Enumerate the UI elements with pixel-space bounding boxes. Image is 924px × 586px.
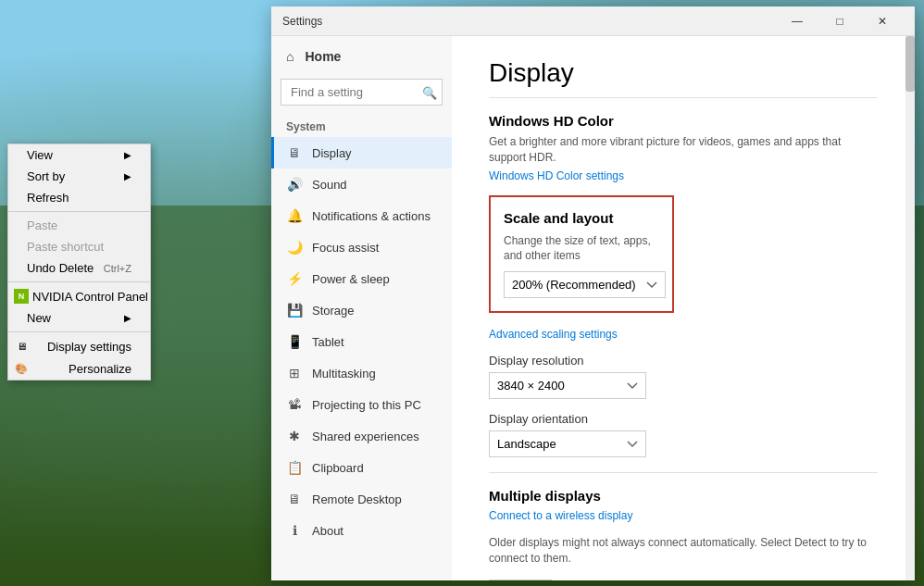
submenu-arrow-new: ▶ xyxy=(124,313,131,323)
sidebar-item-shared[interactable]: ✱ Shared experiences xyxy=(271,420,452,452)
sidebar-item-display[interactable]: 🖥 Display xyxy=(271,137,452,168)
sidebar-item-label-power: Power & sleep xyxy=(312,272,390,286)
storage-icon: 💾 xyxy=(286,302,303,318)
context-menu-item-personalize[interactable]: 🎨 Personalize xyxy=(8,357,150,380)
orientation-label: Display orientation xyxy=(489,412,878,426)
tablet-icon: 📱 xyxy=(286,333,303,350)
sidebar-item-remote[interactable]: 🖥 Remote Desktop xyxy=(271,483,452,515)
sidebar-item-label-display: Display xyxy=(312,146,352,160)
multiple-displays-title: Multiple displays xyxy=(489,488,878,504)
clipboard-icon: 📋 xyxy=(286,459,303,476)
hd-color-title: Windows HD Color xyxy=(489,113,878,129)
context-menu-item-new[interactable]: New ▶ xyxy=(8,307,150,329)
sidebar-item-label-clipboard: Clipboard xyxy=(312,461,364,475)
context-menu-item-display-settings[interactable]: 🖥 Display settings xyxy=(8,335,150,357)
divider-1 xyxy=(489,472,878,473)
sidebar: ⌂ Home 🔍 System 🖥 Display 🔊 Sound 🔔 Noti… xyxy=(271,36,452,580)
hd-color-link[interactable]: Windows HD Color settings xyxy=(489,169,878,182)
sidebar-item-storage[interactable]: 💾 Storage xyxy=(271,294,452,326)
projecting-icon: 📽 xyxy=(286,396,303,413)
about-icon: ℹ xyxy=(286,522,303,539)
sidebar-item-home[interactable]: ⌂ Home xyxy=(271,40,452,73)
scale-layout-title: Scale and layout xyxy=(504,210,659,226)
section-hd-color: Windows HD Color Get a brighter and more… xyxy=(489,113,878,182)
sidebar-item-label-multitasking: Multitasking xyxy=(312,367,376,380)
settings-window: Settings — □ ✕ ⌂ Home 🔍 System 🖥 Display xyxy=(271,6,915,580)
context-menu-item-view[interactable]: View ▶ xyxy=(8,144,150,166)
maximize-button[interactable]: □ xyxy=(818,6,861,36)
page-title: Display xyxy=(489,58,878,98)
main-content: Display Windows HD Color Get a brighter … xyxy=(452,36,915,580)
nvidia-icon: N xyxy=(14,289,29,304)
resolution-label: Display resolution xyxy=(489,354,878,368)
sidebar-item-power[interactable]: ⚡ Power & sleep xyxy=(271,263,452,294)
shared-icon: ✱ xyxy=(286,428,303,444)
title-bar-controls: — □ ✕ xyxy=(776,6,904,36)
personalize-icon: 🎨 xyxy=(14,361,29,376)
sidebar-item-sound[interactable]: 🔊 Sound xyxy=(271,168,452,200)
display-icon: 🖥 xyxy=(286,144,303,161)
detect-button[interactable]: Detect xyxy=(489,580,552,580)
home-icon: ⌂ xyxy=(286,49,293,64)
scrollbar-track xyxy=(905,36,915,580)
sidebar-item-label-storage: Storage xyxy=(312,304,355,318)
notifications-icon: 🔔 xyxy=(286,207,303,224)
settings-body: ⌂ Home 🔍 System 🖥 Display 🔊 Sound 🔔 Noti… xyxy=(271,36,915,580)
close-button[interactable]: ✕ xyxy=(861,6,904,36)
sidebar-item-label-tablet: Tablet xyxy=(312,335,344,349)
submenu-arrow-view: ▶ xyxy=(124,150,131,160)
search-icon: 🔍 xyxy=(422,85,437,99)
scrollbar-thumb[interactable] xyxy=(905,36,915,92)
display-settings-icon: 🖥 xyxy=(14,339,29,354)
search-box: 🔍 xyxy=(281,79,443,106)
sidebar-item-label-about: About xyxy=(312,524,343,538)
remote-icon: 🖥 xyxy=(286,491,303,507)
context-menu: View ▶ Sort by ▶ Refresh Paste Paste sho… xyxy=(7,143,151,380)
separator-1 xyxy=(8,211,150,212)
context-menu-item-paste[interactable]: Paste xyxy=(8,215,150,236)
context-menu-item-paste-shortcut[interactable]: Paste shortcut xyxy=(8,236,150,257)
separator-2 xyxy=(8,281,150,282)
scale-description: Change the size of text, apps, and other… xyxy=(504,233,659,265)
window-title: Settings xyxy=(282,15,776,28)
sidebar-item-label-focus: Focus assist xyxy=(312,241,379,255)
sidebar-category-system: System xyxy=(271,111,452,137)
title-bar: Settings — □ ✕ xyxy=(271,6,915,36)
sidebar-item-multitasking[interactable]: ⊞ Multitasking xyxy=(271,357,452,389)
focus-icon: 🌙 xyxy=(286,239,303,256)
older-displays-text: Older displays might not always connect … xyxy=(489,535,878,567)
separator-3 xyxy=(8,331,150,332)
sound-icon: 🔊 xyxy=(286,176,303,193)
sidebar-item-notifications[interactable]: 🔔 Notifications & actions xyxy=(271,200,452,231)
resolution-dropdown[interactable]: 3840 × 2400 1920 × 1080 2560 × 1440 xyxy=(489,372,646,399)
sidebar-item-projecting[interactable]: 📽 Projecting to this PC xyxy=(271,389,452,420)
section-multiple-displays: Multiple displays Connect to a wireless … xyxy=(489,488,878,580)
sidebar-item-label-sound: Sound xyxy=(312,178,347,192)
advanced-scaling-link[interactable]: Advanced scaling settings xyxy=(489,328,878,341)
context-menu-item-undo[interactable]: Undo Delete Ctrl+Z xyxy=(8,257,150,279)
multitasking-icon: ⊞ xyxy=(286,365,303,381)
display-orientation-group: Display orientation Landscape Portrait L… xyxy=(489,412,878,457)
connect-wireless-link[interactable]: Connect to a wireless display xyxy=(489,509,878,522)
sidebar-item-label-shared: Shared experiences xyxy=(312,430,419,443)
sidebar-item-about[interactable]: ℹ About xyxy=(271,515,452,546)
sidebar-item-label-remote: Remote Desktop xyxy=(312,492,402,506)
sidebar-item-clipboard[interactable]: 📋 Clipboard xyxy=(271,452,452,483)
context-menu-item-refresh[interactable]: Refresh xyxy=(8,187,150,208)
submenu-arrow-sort: ▶ xyxy=(124,171,131,181)
context-menu-item-nvidia[interactable]: N NVIDIA Control Panel xyxy=(8,285,150,307)
display-resolution-group: Display resolution 3840 × 2400 1920 × 10… xyxy=(489,354,878,399)
home-label: Home xyxy=(305,49,341,64)
scale-dropdown[interactable]: 200% (Recommended) 100% 125% 150% 175% 2… xyxy=(504,271,666,298)
sidebar-item-label-projecting: Projecting to this PC xyxy=(312,398,421,412)
context-menu-item-sort[interactable]: Sort by ▶ xyxy=(8,166,150,187)
orientation-dropdown[interactable]: Landscape Portrait Landscape (flipped) P… xyxy=(489,430,646,457)
sidebar-item-label-notifications: Notifications & actions xyxy=(312,209,431,223)
power-icon: ⚡ xyxy=(286,270,303,287)
sidebar-item-tablet[interactable]: 📱 Tablet xyxy=(271,326,452,357)
scale-layout-box: Scale and layout Change the size of text… xyxy=(489,195,674,314)
hd-color-description: Get a brighter and more vibrant picture … xyxy=(489,134,878,166)
sidebar-item-focus[interactable]: 🌙 Focus assist xyxy=(271,231,452,263)
minimize-button[interactable]: — xyxy=(776,6,818,36)
search-input[interactable] xyxy=(281,79,443,106)
